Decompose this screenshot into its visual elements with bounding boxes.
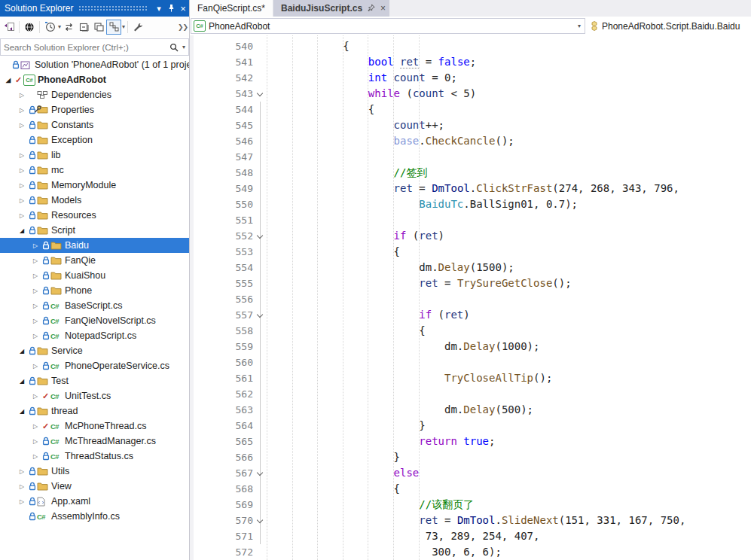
code-line[interactable]: 547 xyxy=(190,149,751,165)
overflow-icon[interactable]: ❯❯ xyxy=(178,23,188,31)
tree-item-exception[interactable]: Exception xyxy=(0,132,189,148)
tree-item-notepadscript-cs[interactable]: ▷C#NotepadScript.cs xyxy=(0,328,189,343)
tree-item-app-xaml[interactable]: ▷App.xaml xyxy=(0,494,189,509)
search-input[interactable] xyxy=(1,43,169,52)
window-position-icon[interactable]: ▾ xyxy=(153,4,165,14)
expander-closed-icon[interactable]: ▷ xyxy=(30,257,41,264)
tree-item-lib[interactable]: ▷lib xyxy=(0,148,189,163)
code-line[interactable]: 566 } xyxy=(190,449,751,465)
search-options-icon[interactable]: ▾ xyxy=(182,44,185,50)
code-line[interactable]: 565 return true; xyxy=(190,434,751,449)
pin-icon[interactable] xyxy=(165,4,177,14)
sync-icon[interactable] xyxy=(61,20,76,35)
expander-closed-icon[interactable]: ▷ xyxy=(17,107,27,114)
tree-item-utils[interactable]: ▷Utils xyxy=(0,464,189,479)
code-line[interactable]: 558 { xyxy=(190,323,751,339)
code-line[interactable]: 556 xyxy=(190,291,751,307)
tree-item-fanqie[interactable]: ▷FanQie xyxy=(0,253,189,268)
code-line[interactable]: 553 { xyxy=(190,244,751,260)
code-line[interactable]: 546 base.CheckCancle(); xyxy=(190,133,751,149)
tree-item-unittest-cs[interactable]: ▷✓C#UnitTest.cs xyxy=(0,388,189,403)
tree-item-thread[interactable]: ◢thread xyxy=(0,403,189,418)
search-box[interactable]: ▾ xyxy=(0,38,189,56)
code-line[interactable]: 572 300, 6, 6); xyxy=(190,544,751,560)
code-line[interactable]: 562 xyxy=(190,386,751,402)
expander-closed-icon[interactable]: ▷ xyxy=(17,92,27,99)
code-line[interactable]: 571 73, 289, 254, 407, xyxy=(190,528,751,544)
fold-chevron-icon[interactable] xyxy=(255,86,265,102)
code-line[interactable]: 550 BaiduTc.BallSign01, 0.7); xyxy=(190,196,751,212)
expander-closed-icon[interactable]: ▷ xyxy=(30,318,41,324)
tree-item-view[interactable]: ▷View xyxy=(0,479,189,494)
tree-item-mc[interactable]: ▷mc xyxy=(0,163,189,178)
tree-item-assemblyinfo-cs[interactable]: C#AssemblyInfo.cs xyxy=(0,509,189,524)
sync-with-active-document-icon[interactable] xyxy=(106,20,121,35)
code-line[interactable]: 545 count++; xyxy=(190,117,751,133)
expander-closed-icon[interactable]: ▷ xyxy=(30,438,41,445)
tree-item-fanqienovelscript-cs[interactable]: ▷C#FanQieNovelScript.cs xyxy=(0,313,189,328)
expander-closed-icon[interactable]: ▷ xyxy=(30,288,41,294)
sync-dropdown-icon[interactable]: ▾ xyxy=(122,23,125,30)
expander-open-icon[interactable]: ◢ xyxy=(17,408,27,415)
expander-open-icon[interactable]: ◢ xyxy=(17,348,27,355)
code-line[interactable]: 570 ret = DmTool.SlideNext(151, 331, 167… xyxy=(190,513,751,528)
tree-item-constants[interactable]: ▷Constants xyxy=(0,117,189,132)
tree-item-script[interactable]: ◢Script xyxy=(0,223,189,238)
drag-grip[interactable] xyxy=(78,5,148,12)
collapse-all-icon[interactable] xyxy=(76,20,91,35)
expander-closed-icon[interactable]: ▷ xyxy=(17,212,27,219)
fold-chevron-icon[interactable] xyxy=(255,513,265,528)
tab-fanqiescript[interactable]: FanQieScript.cs* xyxy=(190,0,273,17)
expander-closed-icon[interactable]: ▷ xyxy=(17,483,27,490)
code-line[interactable]: 543 while (count < 5) xyxy=(190,86,751,102)
expander-open-icon[interactable]: ◢ xyxy=(17,227,27,234)
code-line[interactable]: 557 if (ret) xyxy=(190,307,751,323)
expander-open-icon[interactable]: ◢ xyxy=(3,77,14,84)
tree-item-solution-phoneadrobot-1-of-1-proje[interactable]: Solution 'PhoneAdRobot' (1 of 1 proje xyxy=(0,57,189,72)
expander-closed-icon[interactable]: ▷ xyxy=(30,272,41,279)
member-dropdown[interactable]: PhoneAdRobot.Script.Baidu.Baidu xyxy=(589,21,751,32)
tree-item-properties[interactable]: ▷Properties xyxy=(0,102,189,117)
code-line[interactable]: 542 int count = 0; xyxy=(190,70,751,86)
tree-item-baidu[interactable]: ▷Baidu xyxy=(0,238,189,253)
code-line[interactable]: 554 dm.Delay(1500); xyxy=(190,260,751,275)
pin-tab-icon[interactable] xyxy=(368,3,375,14)
tree-item-mcphonethread-cs[interactable]: ▷✓C#McPhoneThread.cs xyxy=(0,418,189,434)
pending-changes-filter-icon[interactable] xyxy=(22,20,37,35)
expander-closed-icon[interactable]: ▷ xyxy=(30,453,41,460)
code-line[interactable]: 540 { xyxy=(190,38,751,54)
expander-closed-icon[interactable]: ▷ xyxy=(30,242,41,249)
tree-item-basescript-cs[interactable]: ▷C#BaseScript.cs xyxy=(0,298,189,313)
code-line[interactable]: 564 } xyxy=(190,418,751,434)
expander-closed-icon[interactable]: ▷ xyxy=(17,468,27,475)
code-line[interactable]: 568 { xyxy=(190,481,751,497)
code-line[interactable]: 541 bool ret = false; xyxy=(190,54,751,70)
tree-item-phoneoperateservice-cs[interactable]: ▷C#PhoneOperateService.cs xyxy=(0,358,189,373)
expander-closed-icon[interactable]: ▷ xyxy=(17,152,27,159)
expander-closed-icon[interactable]: ▷ xyxy=(17,122,27,129)
code-line[interactable]: 551 xyxy=(190,212,751,228)
fold-chevron-icon[interactable] xyxy=(255,228,265,244)
code-line[interactable]: 563 dm.Delay(500); xyxy=(190,402,751,418)
code-line[interactable]: 552 if (ret) xyxy=(190,228,751,244)
code-line[interactable]: 569 //该翻页了 xyxy=(190,497,751,513)
code-line[interactable]: 555 ret = TrySureGetClose(); xyxy=(190,275,751,291)
tree-item-models[interactable]: ▷Models xyxy=(0,193,189,208)
open-files-filter-icon[interactable] xyxy=(42,20,57,35)
chevron-down-icon[interactable]: ▾ xyxy=(578,23,581,29)
fold-chevron-icon[interactable] xyxy=(255,307,265,323)
search-icon[interactable] xyxy=(169,43,179,52)
switch-views-icon[interactable] xyxy=(2,20,17,35)
expander-closed-icon[interactable]: ▷ xyxy=(17,197,27,204)
tree-item-resources[interactable]: ▷Resources xyxy=(0,208,189,223)
expander-closed-icon[interactable]: ▷ xyxy=(30,393,41,400)
expander-closed-icon[interactable]: ▷ xyxy=(17,167,27,174)
expander-closed-icon[interactable]: ▷ xyxy=(30,363,41,370)
code-line[interactable]: 561 TryCloseAllTip(); xyxy=(190,370,751,386)
settings-wrench-icon[interactable] xyxy=(130,20,145,35)
code-line[interactable]: 548 //签到 xyxy=(190,165,751,181)
tree-item-memorymodule[interactable]: ▷MemoryModule xyxy=(0,178,189,193)
code-editor[interactable]: 540 {541 bool ret = false;542 int count … xyxy=(190,35,751,560)
tree-item-threadstatus-cs[interactable]: ▷C#ThreadStatus.cs xyxy=(0,449,189,464)
close-tab-icon[interactable]: × xyxy=(380,3,386,14)
